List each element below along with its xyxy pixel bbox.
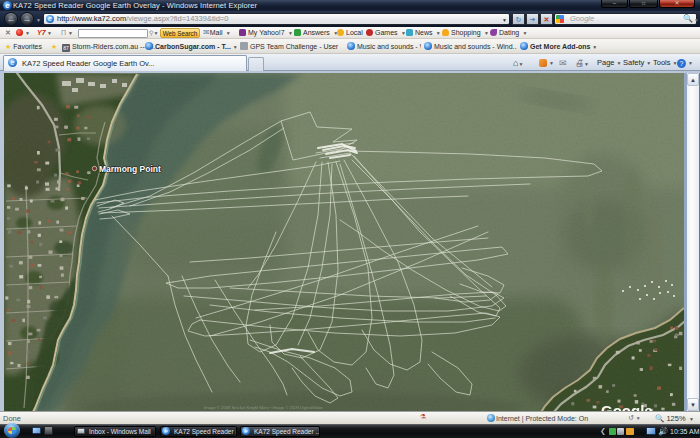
- svg-text:Google: Google: [601, 402, 653, 411]
- svg-text:Marmong Point: Marmong Point: [99, 164, 161, 174]
- svg-text:Image © 2009 Sinclair Knight M: Image © 2009 Sinclair Knight Merz • Imag…: [204, 405, 324, 410]
